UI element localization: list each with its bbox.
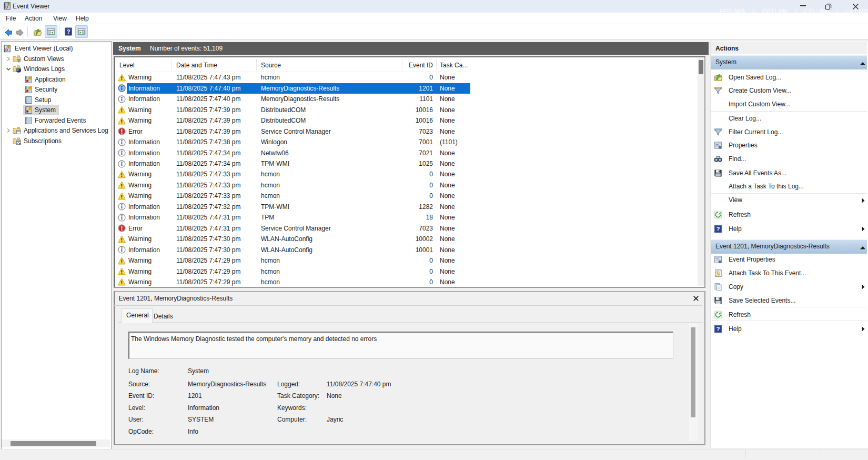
svg-text:?: ?: [66, 28, 70, 35]
svg-text:?: ?: [716, 226, 720, 233]
svg-text:?: ?: [716, 326, 720, 332]
